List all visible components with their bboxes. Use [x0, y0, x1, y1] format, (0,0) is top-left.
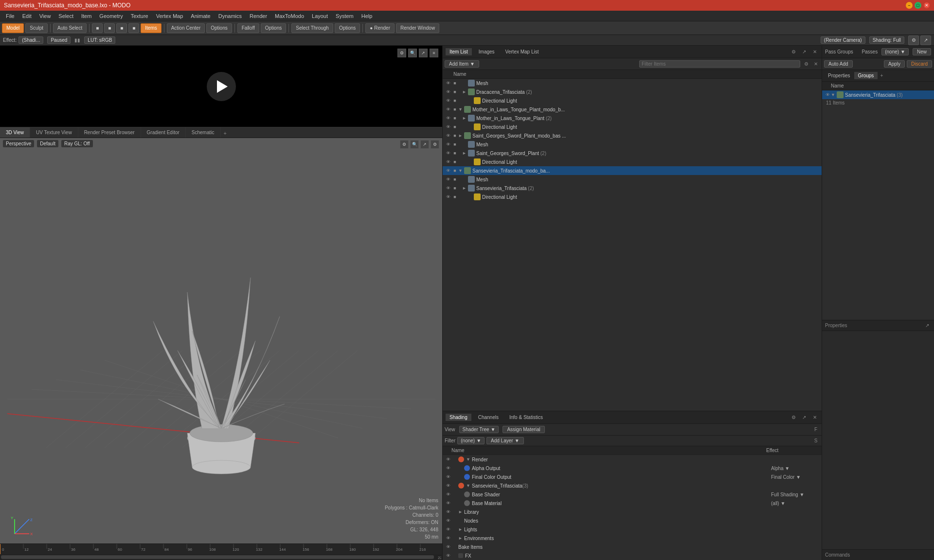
eye-icon[interactable]: 👁 [445, 193, 451, 200]
play-preview-button[interactable] [207, 72, 236, 101]
eye-icon[interactable]: 👁 [445, 80, 451, 87]
tab-schematic[interactable]: Schematic [186, 127, 221, 138]
options2-button[interactable]: Options [261, 23, 286, 33]
effect-value[interactable]: (Shadi... [18, 36, 43, 44]
lights-eye[interactable]: 👁 [445, 526, 451, 533]
passes-dropdown[interactable]: (none) ▼ [881, 48, 909, 55]
menu-maxtomodo[interactable]: MaxToModo [271, 12, 308, 20]
lock-icon[interactable]: ■ [451, 141, 458, 148]
vc-expand[interactable]: ↗ [419, 49, 428, 57]
maximize-button[interactable]: □ [915, 2, 921, 9]
perspective-label[interactable]: Perspective [3, 140, 34, 147]
shader-final-color[interactable]: 👁 Final Color Output Final Color ▼ [443, 472, 822, 481]
tab-3d-view[interactable]: 3D View [0, 127, 30, 138]
eye-icon[interactable]: 👁 [445, 132, 451, 139]
alpha-vis[interactable] [451, 465, 458, 472]
mode-model-button[interactable]: Model [2, 23, 24, 33]
eye-icon[interactable]: 👁 [445, 106, 451, 113]
vp-search-icon[interactable]: 🔍 [410, 140, 419, 149]
shader-environments[interactable]: 👁 ► Environments [443, 534, 822, 542]
lights-vis[interactable] [451, 526, 458, 533]
tree-item-mesh-top[interactable]: 👁 ■ Mesh [443, 79, 822, 88]
tree-dir-light-2[interactable]: 👁 ■ Directional Light [443, 122, 822, 131]
bake-vis[interactable] [451, 543, 458, 550]
discard-button[interactable]: Discard [907, 60, 932, 68]
tab-info-stats[interactable]: Info & Statistics [505, 414, 547, 421]
shader-base-material[interactable]: 👁 Base Material (all) ▼ [443, 499, 822, 508]
base-mat-eye[interactable]: 👁 [445, 500, 451, 507]
ray-gl-label[interactable]: Ray GL: Off [61, 140, 93, 147]
eye-icon[interactable]: 👁 [445, 185, 451, 192]
shader-sansev[interactable]: 👁 ▼ Sansevieria_Trifasciata (3) [443, 481, 822, 490]
new-button[interactable]: New [913, 48, 931, 55]
eye-icon[interactable]: 👁 [445, 97, 451, 104]
menu-vertex-map[interactable]: Vertex Map [152, 12, 187, 20]
tree-saint-group[interactable]: 👁 ■ ► Saint_Georges_Sword_Plant_modo_bas… [443, 131, 822, 140]
base-shader-eye[interactable]: 👁 [445, 491, 451, 498]
items-button[interactable]: Items [141, 23, 161, 33]
lock-icon[interactable]: ■ [451, 193, 458, 200]
tree-dir-light-4[interactable]: 👁 ■ Directional Light [443, 192, 822, 201]
tab-gradient[interactable]: Gradient Editor [141, 127, 186, 138]
filter-close-icon[interactable]: ✕ [812, 60, 820, 68]
tool-btn-4[interactable]: ■ [128, 23, 139, 33]
lock-icon[interactable]: ■ [451, 123, 458, 130]
falloff-button[interactable]: Falloff [237, 23, 259, 33]
tree-saint-mesh-top[interactable]: 👁 ■ Mesh [443, 140, 822, 149]
timeline-track[interactable]: 0 12 24 36 48 60 72 84 96 [0, 544, 442, 555]
tab-vertex-map[interactable]: Vertex Map List [502, 48, 543, 55]
tree-saint-plant[interactable]: 👁 ■ ► Saint_Georges_Sword_Plant (2) [443, 149, 822, 158]
lock-icon[interactable]: ■ [451, 167, 458, 174]
lut-value[interactable]: LUT: sRGB [84, 36, 115, 44]
add-layer-button[interactable]: Add Layer ▼ [486, 437, 524, 444]
lock-icon[interactable]: ■ [451, 158, 458, 165]
env-eye[interactable]: 👁 [445, 535, 451, 542]
menu-geometry[interactable]: Geometry [95, 12, 126, 20]
lock-icon[interactable]: ■ [451, 132, 458, 139]
render-window-button[interactable]: Render Window [396, 23, 439, 33]
menu-render[interactable]: Render [246, 12, 271, 20]
tab-add-button[interactable]: + [221, 129, 230, 138]
3d-viewport[interactable]: Perspective Default Ray GL: Off ⚙ 🔍 ↗ ⚙ … [0, 138, 442, 543]
alpha-eye[interactable]: 👁 [445, 465, 451, 472]
menu-layout[interactable]: Layout [308, 12, 332, 20]
vc-menu[interactable]: ≡ [430, 49, 438, 57]
tab-properties[interactable]: Properties [824, 72, 854, 79]
menu-dynamics[interactable]: Dynamics [215, 12, 246, 20]
lock-icon[interactable]: ■ [451, 185, 458, 192]
filter-items-input[interactable] [639, 60, 800, 68]
tool-btn-2[interactable]: ■ [104, 23, 115, 33]
action-center-button[interactable]: Action Center [167, 23, 205, 33]
tree-mother-group[interactable]: 👁 ■ ▼ Mother_in_Laws_Tongue_Plant_modo_b… [443, 105, 822, 114]
final-vis[interactable] [451, 473, 458, 480]
env-vis[interactable] [451, 535, 458, 542]
menu-select[interactable]: Select [54, 12, 77, 20]
bake-eye[interactable]: 👁 [445, 543, 451, 550]
lock-icon[interactable]: ■ [451, 80, 458, 87]
options3-button[interactable]: Options [335, 23, 360, 33]
tree-dracacena[interactable]: 👁 ■ ► Dracacena_Trifasciata (2) [443, 88, 822, 96]
tab-shading[interactable]: Shading [446, 414, 471, 421]
shader-tree-dropdown[interactable]: Shader Tree ▼ [459, 426, 499, 433]
vp-menu-icon[interactable]: ⚙ [431, 140, 439, 149]
base-shader-vis[interactable] [451, 491, 458, 498]
auto-add-button[interactable]: Auto Add [824, 60, 853, 68]
select-through-button[interactable]: Select Through [291, 23, 333, 33]
eye-icon[interactable]: 👁 [445, 115, 451, 122]
shader-nodes[interactable]: 👁 Nodes [443, 516, 822, 525]
shader-base-shader[interactable]: 👁 Base Shader Full Shading ▼ [443, 490, 822, 499]
lock-icon[interactable]: ■ [451, 115, 458, 122]
final-eye[interactable]: 👁 [445, 473, 451, 480]
eye-icon[interactable]: 👁 [445, 88, 451, 95]
menu-system[interactable]: System [332, 12, 358, 20]
shader-f-icon[interactable]: F [812, 426, 820, 434]
vc-settings[interactable]: ⚙ [397, 49, 406, 57]
fx-eye[interactable]: 👁 [445, 552, 451, 559]
menu-animate[interactable]: Animate [187, 12, 214, 20]
render-eye[interactable]: 👁 [445, 456, 451, 463]
panel-close-icon[interactable]: ✕ [811, 48, 819, 56]
range-bar[interactable]: 225 [0, 554, 442, 560]
eye-icon[interactable]: 👁 [445, 176, 451, 183]
panel-expand-icon[interactable]: ↗ [800, 48, 808, 56]
menu-texture[interactable]: Texture [127, 12, 152, 20]
